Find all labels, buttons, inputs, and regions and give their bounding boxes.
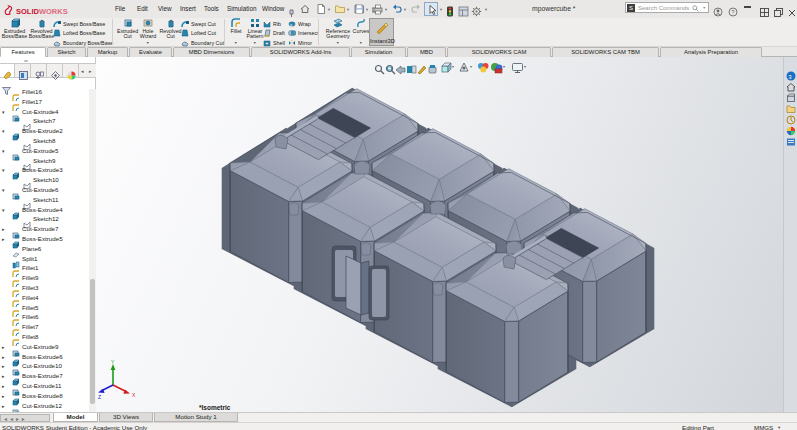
svg-text:SOLIDWORKS: SOLIDWORKS: [16, 7, 68, 16]
svg-text:X: X: [132, 392, 136, 398]
svg-text:Z: Z: [98, 394, 101, 400]
svg-text:?: ?: [731, 9, 735, 15]
svg-text:Y: Y: [111, 360, 115, 365]
